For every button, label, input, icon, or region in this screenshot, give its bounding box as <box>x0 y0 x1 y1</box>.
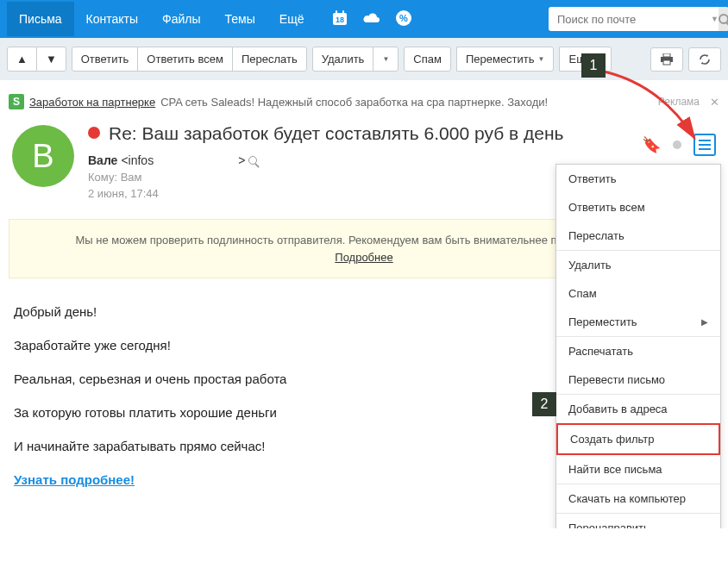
move-button[interactable]: Переместить ▼ <box>456 47 555 72</box>
menu-reply-all[interactable]: Ответить всем <box>556 193 720 222</box>
ad-label: Реклама <box>658 96 700 108</box>
menu-delete[interactable]: Удалить <box>556 251 720 279</box>
ad-icon: S <box>9 94 24 109</box>
nav-more[interactable]: Ещё <box>267 2 317 36</box>
nav-themes[interactable]: Темы <box>213 2 267 36</box>
search-button[interactable] <box>719 7 728 31</box>
nav-files[interactable]: Файлы <box>150 2 212 36</box>
search-box: ▼ <box>549 7 721 31</box>
avatar: В <box>12 125 74 187</box>
chevron-right-icon: ▶ <box>701 317 708 327</box>
unread-dot-icon <box>88 127 100 139</box>
annotation-1: 1 <box>581 53 606 78</box>
bookmark-icon[interactable]: 🔖 <box>642 135 661 154</box>
forward-button[interactable]: Переслать <box>232 47 307 72</box>
menu-print[interactable]: Распечатать <box>556 337 720 365</box>
read-status-icon[interactable] <box>673 140 681 149</box>
spam-button[interactable]: Спам <box>404 47 451 72</box>
svg-rect-1 <box>336 10 337 15</box>
search-sender-icon[interactable] <box>248 156 257 165</box>
top-navigation: Письма Контакты Файлы Темы Ещё 18 % ▼ <box>0 0 728 38</box>
refresh-button[interactable] <box>688 47 721 72</box>
print-button[interactable] <box>650 47 683 72</box>
nav-mail[interactable]: Письма <box>7 2 74 36</box>
search-input[interactable] <box>549 13 711 26</box>
svg-text:18: 18 <box>336 16 344 24</box>
svg-rect-2 <box>342 10 344 15</box>
menu-download[interactable]: Скачать на компьютер <box>556 484 720 513</box>
delete-dropdown[interactable]: ▼ <box>373 47 399 72</box>
annotation-2: 2 <box>532 392 556 416</box>
printer-icon <box>660 53 674 66</box>
menu-reply[interactable]: Ответить <box>556 165 720 193</box>
menu-forward[interactable]: Переслать <box>556 222 720 250</box>
toolbar: ▲ ▼ Ответить Ответить всем Переслать Уда… <box>0 38 728 80</box>
ad-banner: S Заработок на партнерке CPA сеть Salead… <box>9 91 719 122</box>
reply-all-button[interactable]: Ответить всем <box>137 47 233 72</box>
actions-dropdown: Ответить Ответить всем Переслать Удалить… <box>555 164 721 528</box>
ad-link[interactable]: Заработок на партнерке <box>29 96 155 109</box>
menu-move[interactable]: Переместить▶ <box>556 308 720 336</box>
calendar-icon[interactable]: 18 <box>331 9 348 29</box>
menu-find-all[interactable]: Найти все письма <box>556 455 720 484</box>
svg-rect-8 <box>663 60 670 65</box>
svg-rect-6 <box>663 53 670 57</box>
learn-more-link[interactable]: Узнать подробнее! <box>14 472 135 487</box>
menu-spam[interactable]: Спам <box>556 279 720 308</box>
menu-redirect[interactable]: Перенаправить <box>556 514 720 528</box>
discount-icon[interactable]: % <box>395 9 412 29</box>
delete-button[interactable]: Удалить <box>312 47 374 72</box>
search-icon <box>719 14 728 24</box>
search-dropdown[interactable]: ▼ <box>711 15 719 23</box>
svg-text:%: % <box>400 13 409 23</box>
menu-translate[interactable]: Перевести письмо <box>556 365 720 394</box>
sync-icon <box>698 53 712 66</box>
nav-contacts[interactable]: Контакты <box>74 2 150 36</box>
reply-button[interactable]: Ответить <box>72 47 139 72</box>
actions-menu-button[interactable] <box>693 134 716 156</box>
warning-more-link[interactable]: Подробнее <box>335 251 392 264</box>
cloud-icon[interactable] <box>362 11 381 28</box>
menu-add-contact[interactable]: Добавить в адреса <box>556 395 720 423</box>
email-subject: Re: Ваш заработок будет составлять 6.000… <box>109 122 564 145</box>
nav-down-button[interactable]: ▼ <box>36 47 66 72</box>
menu-create-filter[interactable]: Создать фильтр <box>556 423 720 455</box>
ad-text: CPA сеть Saleads! Надежный способ зарабо… <box>160 96 548 109</box>
nav-up-button[interactable]: ▲ <box>7 47 37 72</box>
ad-close-icon[interactable]: ✕ <box>710 96 719 109</box>
